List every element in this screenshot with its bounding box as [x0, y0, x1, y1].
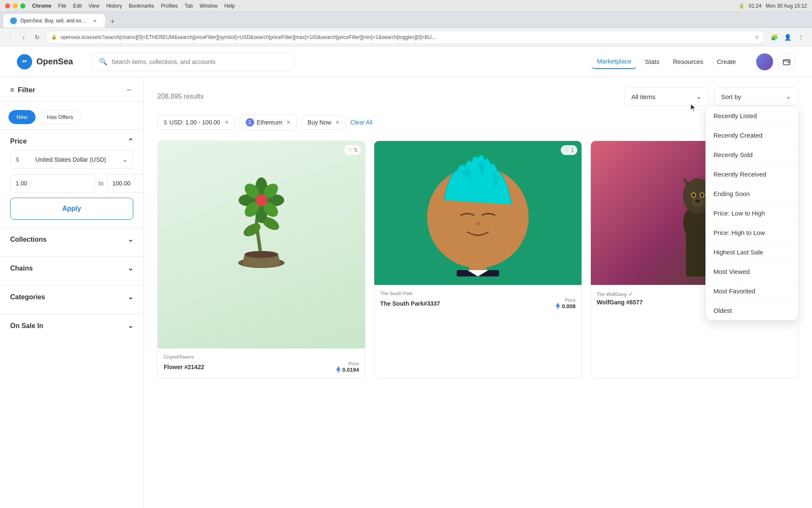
price-section-header[interactable]: Price ⌃	[10, 137, 133, 145]
nav-stats[interactable]: Stats	[640, 55, 664, 69]
on-sale-section-header[interactable]: On Sale In ⌄	[10, 322, 133, 330]
collections-filter-section: Collections ⌄	[0, 227, 143, 256]
battery-icon: 🔋	[738, 3, 745, 9]
remove-chain-filter-button[interactable]: ✕	[286, 119, 291, 125]
sort-option-recently-sold[interactable]: Recently Sold	[706, 145, 798, 165]
mac-menu-help[interactable]: Help	[225, 3, 235, 9]
categories-section-header[interactable]: Categories ⌄	[10, 293, 133, 301]
nft-like-southpark[interactable]: ♡ 1	[561, 145, 577, 155]
mac-menu-profiles[interactable]: Profiles	[161, 3, 178, 9]
nav-create[interactable]: Create	[712, 55, 741, 69]
sort-option-most-viewed[interactable]: Most Viewed	[706, 262, 798, 282]
status-tab-new[interactable]: New	[8, 110, 36, 124]
opensea-logo[interactable]: OpenSea	[17, 54, 73, 69]
back-button[interactable]: ‹	[5, 32, 15, 42]
sort-option-price-high-low[interactable]: Price: High to Low	[706, 223, 798, 243]
status-filter-tabs: New Has Offers	[0, 105, 143, 129]
header-actions	[756, 53, 795, 70]
sort-by-chevron-icon: ⌄	[786, 93, 791, 100]
nft-price-label-2: Price	[556, 298, 576, 303]
mac-menu-history[interactable]: History	[106, 3, 122, 9]
collections-section-header[interactable]: Collections ⌄	[10, 235, 133, 243]
url-bar[interactable]: 🔒 opensea.io/assets?search[chains][0]=ET…	[46, 30, 765, 44]
sort-option-recently-received[interactable]: Recently Received	[706, 165, 798, 184]
chain-filter-label: Ethereum	[257, 119, 283, 126]
new-tab-button[interactable]: +	[107, 16, 118, 28]
nav-marketplace[interactable]: Marketplace	[592, 54, 636, 69]
bookmark-star-icon[interactable]: ☆	[754, 34, 759, 40]
chrome-tab-bar: OpenSea: Buy, sell, and explo... ✕ +	[0, 12, 812, 28]
chains-chevron-icon: ⌄	[128, 264, 133, 272]
svg-point-32	[695, 199, 700, 203]
search-input[interactable]	[112, 58, 288, 65]
results-count: 208,895 results	[157, 93, 203, 100]
nft-card-flower[interactable]: ♡ 5 CryptoFlowers Flower #21422 Price	[157, 141, 365, 378]
all-items-dropdown[interactable]: All items ⌄	[624, 87, 709, 106]
sort-option-most-favorited[interactable]: Most Favorited	[706, 282, 798, 301]
sort-option-price-low-high[interactable]: Price: Low to High	[706, 204, 798, 223]
nft-price-group: Price 0.0194	[336, 361, 359, 373]
nav-resources[interactable]: Resources	[668, 55, 708, 69]
nft-grid: ♡ 5 CryptoFlowers Flower #21422 Price	[157, 141, 798, 378]
price-range-inputs: to	[10, 174, 133, 193]
apply-price-button[interactable]: Apply	[10, 198, 133, 220]
tab-close-button[interactable]: ✕	[91, 17, 98, 24]
nft-card-info-southpark: The South Park The South Park#3337 Price…	[374, 285, 582, 315]
maximize-window-dot[interactable]	[20, 3, 25, 8]
sidebar-collapse-button[interactable]: ←	[126, 86, 133, 94]
close-window-dot[interactable]	[5, 3, 10, 8]
on-sale-filter-section: On Sale In ⌄	[0, 314, 143, 342]
lock-icon: 🔒	[51, 34, 57, 40]
price-max-input[interactable]	[107, 174, 144, 193]
nft-name-3: WolfGang #6577	[597, 299, 643, 306]
refresh-button[interactable]: ↻	[32, 32, 42, 42]
minimize-window-dot[interactable]	[13, 3, 18, 8]
nft-like-count[interactable]: ♡ 5	[344, 145, 361, 155]
chrome-more-icon[interactable]: ⋮	[795, 31, 807, 43]
clear-all-button[interactable]: Clear All	[350, 119, 372, 126]
extensions-icon[interactable]: 🧩	[768, 31, 780, 43]
price-min-input[interactable]	[10, 174, 95, 193]
window-controls[interactable]	[5, 3, 25, 8]
sort-option-recently-listed[interactable]: Recently Listed	[706, 106, 798, 126]
sort-option-highest-last-sale[interactable]: Highest Last Sale	[706, 243, 798, 262]
mac-menu-window[interactable]: Window	[200, 3, 218, 9]
search-bar[interactable]: 🔍	[92, 52, 295, 71]
remove-price-filter-button[interactable]: ✕	[225, 119, 229, 125]
mac-menu-tab[interactable]: Tab	[185, 3, 193, 9]
verified-badge-icon: ✓	[628, 291, 633, 297]
nft-price-group-2: Price 0.008	[556, 298, 576, 309]
wallet-button[interactable]	[778, 53, 795, 70]
filter-tag-buy-now: Buy Now ✕	[301, 115, 346, 130]
mac-menu-edit[interactable]: Edit	[73, 3, 82, 9]
mac-menu-bookmarks[interactable]: Bookmarks	[129, 3, 154, 9]
active-tab[interactable]: OpenSea: Buy, sell, and explo... ✕	[3, 14, 105, 28]
mac-menu-view[interactable]: View	[88, 3, 99, 9]
sort-option-recently-created[interactable]: Recently Created	[706, 126, 798, 145]
sort-option-ending-soon[interactable]: Ending Soon	[706, 184, 798, 204]
sort-by-dropdown[interactable]: Sort by ⌄	[714, 87, 798, 106]
eth-logo-icon-2	[556, 303, 560, 309]
sort-option-oldest[interactable]: Oldest	[706, 301, 798, 320]
status-tab-has-offers[interactable]: Has Offers	[39, 110, 81, 124]
nft-price-value-2: 0.008	[562, 303, 576, 309]
all-items-chevron-icon: ⌄	[696, 93, 702, 100]
user-avatar[interactable]	[756, 53, 773, 70]
forward-button[interactable]: ›	[19, 32, 29, 42]
remove-buy-now-filter-button[interactable]: ✕	[335, 119, 340, 125]
price-filter-icon: $	[164, 119, 167, 126]
nft-card-southpark[interactable]: ♡ 1 The South Park The South Park#3337 P…	[374, 141, 582, 378]
chrome-toolbar: 🧩 👤 ⋮	[768, 31, 807, 43]
price-filter-label: USD: 1.00 - 100.00	[170, 119, 220, 126]
svg-point-20	[471, 233, 472, 235]
mac-menu-file[interactable]: File	[58, 3, 66, 9]
chains-section-title: Chains	[10, 265, 33, 272]
main-content: 208,895 results All items ⌄ Sort by ⌄ $ …	[144, 77, 812, 508]
currency-selector[interactable]: $ United States Dollar (USD) ⌄	[10, 150, 133, 169]
categories-chevron-icon: ⌄	[128, 293, 133, 301]
svg-point-5	[244, 251, 278, 258]
chains-section-header[interactable]: Chains ⌄	[10, 264, 133, 272]
nft-title-row-2: The South Park#3337 Price 0.008	[380, 298, 576, 309]
chrome-profile-icon[interactable]: 👤	[782, 31, 793, 43]
chains-filter-section: Chains ⌄	[0, 256, 143, 285]
